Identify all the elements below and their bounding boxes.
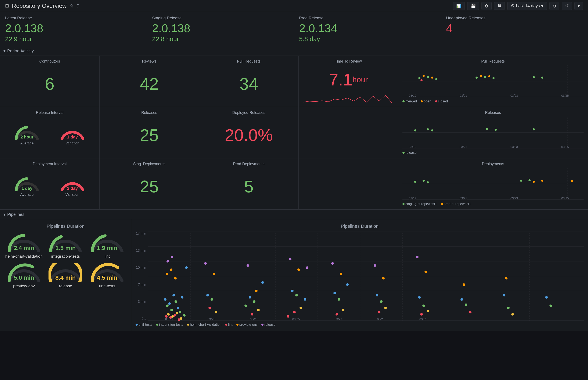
deployments-chart-area: 03/19 03/21 03/23 03/25 03/27 03/29 03/3… xyxy=(402,168,584,200)
settings-btn[interactable]: ⚙ xyxy=(482,2,492,10)
svg-text:03/27: 03/27 xyxy=(335,317,342,321)
star-icon[interactable]: ☆ xyxy=(69,3,74,9)
svg-point-137 xyxy=(257,309,260,311)
expand-btn[interactable]: ▾ xyxy=(574,2,583,10)
svg-point-161 xyxy=(384,307,387,309)
topbar-actions: 📊 💾 ⚙ 🖥 ⏱ Last 14 days ▾ ⊖ ↺ ▾ xyxy=(453,2,583,10)
svg-point-160 xyxy=(380,300,382,303)
refresh-btn[interactable]: ↺ xyxy=(562,2,572,10)
period-activity-title: Period Activity xyxy=(7,49,34,54)
latest-release-value: 2.0.138 xyxy=(5,22,142,35)
svg-text:03/23: 03/23 xyxy=(510,197,518,200)
dep-average-value: 1 day xyxy=(22,186,33,191)
svg-text:03/19: 03/19 xyxy=(409,94,416,97)
svg-text:03/25: 03/25 xyxy=(561,197,569,200)
legend-prod: prod-europewest1 xyxy=(441,202,471,206)
svg-point-140 xyxy=(246,264,249,267)
svg-point-12 xyxy=(488,75,490,77)
preview-value: 5.0 min xyxy=(14,274,34,281)
svg-text:03/23: 03/23 xyxy=(510,145,518,149)
svg-point-129 xyxy=(206,294,209,296)
period-row-1: Contributors 6 Reviews 42 Pull Requests … xyxy=(0,56,588,107)
svg-text:03/29: 03/29 xyxy=(377,317,384,321)
variation-gauge: 1 day xyxy=(60,125,85,140)
y-17: 17 min xyxy=(136,231,146,235)
releases-chart-svg: 03/19 03/21 03/23 03/25 03/27 03/29 03/3… xyxy=(402,117,584,149)
dep-variation: 2 day Variation xyxy=(60,176,85,197)
prod-deployments-label: Prod Deployments xyxy=(203,162,294,166)
svg-point-155 xyxy=(335,313,338,316)
deployments-chart-svg: 03/19 03/21 03/23 03/25 03/27 03/29 03/3… xyxy=(402,168,584,200)
svg-point-146 xyxy=(293,311,296,313)
svg-text:03/21: 03/21 xyxy=(460,94,467,97)
svg-point-145 xyxy=(299,307,302,309)
stat-cards-row: Latest Release 2.0.138 22.9 hour Staging… xyxy=(0,12,588,46)
svg-point-4 xyxy=(435,78,437,80)
display-btn[interactable]: 🖥 xyxy=(494,2,505,10)
svg-point-176 xyxy=(507,307,510,309)
pipe-gauge-release: 8.4 min release xyxy=(46,263,85,288)
prod-deployments-value: 5 xyxy=(203,167,294,206)
integration-name: integration-tests xyxy=(51,254,80,259)
svg-text:03/23: 03/23 xyxy=(510,94,518,97)
zoom-out-btn[interactable]: ⊖ xyxy=(550,2,559,10)
save-btn[interactable]: 💾 xyxy=(467,2,479,10)
share-icon[interactable]: ⤴ xyxy=(77,3,79,9)
undeployed-label: Undeployed Releases xyxy=(446,16,583,20)
svg-point-125 xyxy=(170,268,173,271)
svg-point-174 xyxy=(463,283,465,286)
period-row-2: Release Interval 2 hour Average xyxy=(0,107,588,158)
preview-gauge-canvas: 5.0 min xyxy=(7,263,41,282)
deployed-releases-panel: Deployed Releases 20.0% xyxy=(199,107,299,158)
release-interval-average: 2 hour Average xyxy=(14,125,40,146)
svg-point-158 xyxy=(346,283,349,286)
release-gauge-canvas: 8.4 min xyxy=(49,263,82,282)
svg-point-39 xyxy=(414,129,416,132)
pipelines-right: Pipelines Duration 17 min 13 min 10 min … xyxy=(131,219,588,331)
svg-text:03/19: 03/19 xyxy=(409,197,416,200)
legend-lint: lint xyxy=(225,323,232,326)
scatter-area: 03/19 03/21 03/23 03/25 03/27 03/29 03/3… xyxy=(148,231,584,321)
prod-release-label: Prod Release xyxy=(299,16,436,20)
release-interval-gauges: 2 hour Average 1 day Variation xyxy=(4,116,95,154)
pr-chart-panel: Pull Requests xyxy=(398,56,588,107)
pipe-gauge-integration: 1.5 min integration-tests xyxy=(46,233,85,259)
svg-point-153 xyxy=(338,298,340,301)
pipelines-left: Pipelines Duration 2.4 min helm-chart-va… xyxy=(0,219,131,331)
svg-point-156 xyxy=(340,273,342,275)
staging-release-sub: 22.8 hour xyxy=(152,36,289,43)
stat-card-prod-release: Prod Release 2.0.134 5.8 day xyxy=(294,12,441,46)
chart-btn[interactable]: 📊 xyxy=(453,2,465,10)
svg-point-42 xyxy=(486,128,488,130)
svg-point-3 xyxy=(427,76,429,78)
svg-point-43 xyxy=(495,129,497,131)
legend-open: open xyxy=(421,99,431,103)
pipelines-title: Pipelines xyxy=(7,212,24,217)
prod-deployments-panel: Prod Deployments 5 xyxy=(199,158,299,209)
time-range-btn[interactable]: ⏱ Last 14 days ▾ xyxy=(507,2,547,10)
y-3: 3 min xyxy=(138,300,146,304)
integration-gauge-canvas: 1.5 min xyxy=(49,233,82,252)
chevron-icon: ▾ xyxy=(3,48,5,54)
helm-value: 2.4 min xyxy=(14,245,34,251)
svg-text:03/23: 03/23 xyxy=(250,317,257,321)
svg-point-147 xyxy=(297,268,300,271)
scatter-legend: unit-tests integration-tests helm-chart-… xyxy=(136,323,584,326)
deployment-interval-gauges: 1 day Average 2 day Variation xyxy=(4,167,95,206)
svg-point-116 xyxy=(167,313,170,316)
period-row-3: Deployment Interval 1 day Average xyxy=(0,158,588,210)
svg-point-162 xyxy=(378,311,380,313)
deployment-interval-panel: Deployment Interval 1 day Average xyxy=(0,158,100,209)
variation-value: 1 day xyxy=(67,135,78,139)
empty-panel-3 xyxy=(299,158,398,209)
pipe-gauge-helm: 2.4 min helm-chart-validation xyxy=(4,233,44,259)
pipelines-header[interactable]: ▾ Pipelines xyxy=(0,210,588,219)
svg-point-110 xyxy=(185,266,188,269)
legend-merged: merged xyxy=(402,99,417,103)
svg-point-180 xyxy=(550,304,552,307)
svg-point-164 xyxy=(374,264,376,267)
legend-integration-tests: integration-tests xyxy=(156,323,183,326)
period-activity-header[interactable]: ▾ Period Activity xyxy=(0,46,588,56)
svg-point-178 xyxy=(505,277,507,280)
release-interval-label: Release Interval xyxy=(4,111,95,115)
